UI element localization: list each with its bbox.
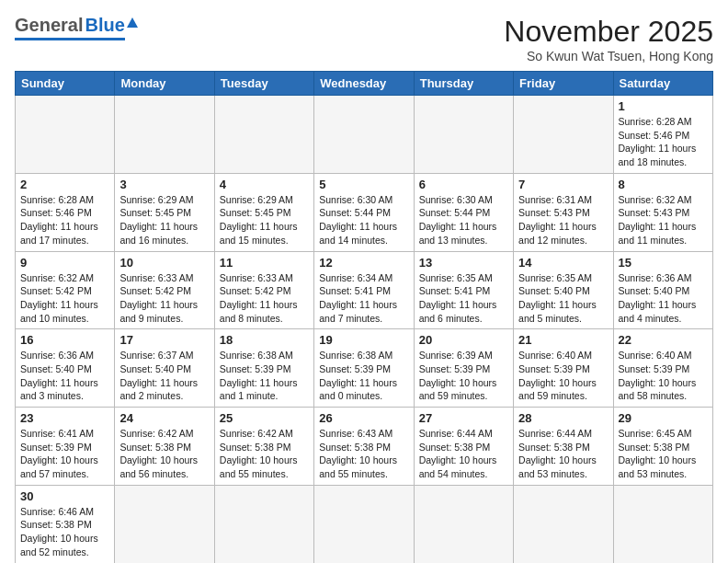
day-info: Sunrise: 6:40 AMSunset: 5:39 PMDaylight:… [518, 349, 608, 403]
logo-blue-text: Blue [85, 15, 124, 36]
day-info: Sunrise: 6:46 AMSunset: 5:38 PMDaylight:… [20, 505, 109, 559]
calendar-cell: 14Sunrise: 6:35 AMSunset: 5:40 PMDayligh… [514, 251, 613, 329]
month-year-title: November 2025 [504, 15, 713, 49]
calendar-cell: 7Sunrise: 6:31 AMSunset: 5:43 PMDaylight… [514, 173, 613, 251]
calendar-week-3: 9Sunrise: 6:32 AMSunset: 5:42 PMDaylight… [16, 251, 713, 329]
day-number: 26 [319, 411, 408, 425]
calendar-cell [314, 96, 414, 174]
logo: General Blue [15, 15, 125, 40]
calendar-cell [414, 485, 513, 563]
weekday-header-saturday: Saturday [613, 72, 712, 96]
calendar-cell: 29Sunrise: 6:45 AMSunset: 5:38 PMDayligh… [613, 408, 712, 486]
day-info: Sunrise: 6:35 AMSunset: 5:41 PMDaylight:… [419, 271, 508, 326]
day-number: 1 [619, 99, 708, 113]
calendar-week-4: 16Sunrise: 6:36 AMSunset: 5:40 PMDayligh… [16, 329, 713, 408]
day-info: Sunrise: 6:39 AMSunset: 5:39 PMDaylight:… [419, 349, 508, 403]
logo-general-text: General [15, 15, 83, 36]
day-number: 11 [220, 256, 309, 270]
day-info: Sunrise: 6:28 AMSunset: 5:46 PMDaylight:… [20, 193, 109, 247]
day-number: 28 [518, 411, 608, 425]
day-info: Sunrise: 6:30 AMSunset: 5:44 PMDaylight:… [419, 193, 508, 247]
calendar-cell [414, 96, 513, 174]
calendar-cell: 21Sunrise: 6:40 AMSunset: 5:39 PMDayligh… [514, 329, 613, 408]
day-number: 25 [220, 411, 309, 425]
calendar-cell: 6Sunrise: 6:30 AMSunset: 5:44 PMDaylight… [414, 173, 513, 251]
calendar-cell [613, 485, 712, 563]
calendar-cell: 9Sunrise: 6:32 AMSunset: 5:42 PMDaylight… [16, 251, 115, 329]
calendar-cell: 2Sunrise: 6:28 AMSunset: 5:46 PMDaylight… [16, 173, 115, 251]
calendar-cell: 24Sunrise: 6:42 AMSunset: 5:38 PMDayligh… [115, 408, 214, 486]
day-info: Sunrise: 6:29 AMSunset: 5:45 PMDaylight:… [220, 193, 309, 247]
day-info: Sunrise: 6:28 AMSunset: 5:46 PMDaylight:… [619, 115, 708, 169]
day-number: 2 [20, 178, 109, 191]
calendar-cell: 19Sunrise: 6:38 AMSunset: 5:39 PMDayligh… [314, 329, 414, 408]
day-number: 4 [220, 178, 309, 191]
calendar-cell: 18Sunrise: 6:38 AMSunset: 5:39 PMDayligh… [214, 329, 313, 408]
calendar-cell: 20Sunrise: 6:39 AMSunset: 5:39 PMDayligh… [414, 329, 513, 408]
calendar-cell: 30Sunrise: 6:46 AMSunset: 5:38 PMDayligh… [16, 485, 115, 563]
calendar-cell: 12Sunrise: 6:34 AMSunset: 5:41 PMDayligh… [314, 251, 414, 329]
calendar-cell: 22Sunrise: 6:40 AMSunset: 5:39 PMDayligh… [613, 329, 712, 408]
weekday-header-sunday: Sunday [16, 72, 115, 96]
day-number: 13 [419, 256, 508, 270]
calendar-cell [115, 96, 214, 174]
weekday-header-tuesday: Tuesday [214, 72, 313, 96]
day-number: 3 [119, 178, 209, 191]
calendar-cell [214, 96, 313, 174]
calendar-cell: 28Sunrise: 6:44 AMSunset: 5:38 PMDayligh… [514, 408, 613, 486]
day-number: 19 [319, 333, 408, 347]
calendar-week-1: 1Sunrise: 6:28 AMSunset: 5:46 PMDaylight… [16, 96, 713, 174]
day-info: Sunrise: 6:43 AMSunset: 5:38 PMDaylight:… [319, 427, 408, 481]
day-number: 6 [419, 178, 508, 191]
day-number: 29 [619, 411, 708, 425]
calendar-cell [314, 485, 414, 563]
calendar-cell [514, 96, 613, 174]
day-info: Sunrise: 6:33 AMSunset: 5:42 PMDaylight:… [119, 271, 209, 326]
calendar-cell: 5Sunrise: 6:30 AMSunset: 5:44 PMDaylight… [314, 173, 414, 251]
day-info: Sunrise: 6:41 AMSunset: 5:39 PMDaylight:… [20, 427, 109, 481]
calendar-cell: 17Sunrise: 6:37 AMSunset: 5:40 PMDayligh… [115, 329, 214, 408]
location-subtitle: So Kwun Wat Tsuen, Hong Kong [504, 49, 713, 63]
calendar-cell: 26Sunrise: 6:43 AMSunset: 5:38 PMDayligh… [314, 408, 414, 486]
day-number: 23 [20, 411, 109, 425]
weekday-header-row: SundayMondayTuesdayWednesdayThursdayFrid… [16, 72, 713, 96]
day-number: 16 [20, 333, 109, 347]
day-info: Sunrise: 6:42 AMSunset: 5:38 PMDaylight:… [119, 427, 209, 481]
day-number: 24 [119, 411, 209, 425]
day-info: Sunrise: 6:29 AMSunset: 5:45 PMDaylight:… [119, 193, 209, 247]
day-info: Sunrise: 6:32 AMSunset: 5:43 PMDaylight:… [619, 193, 708, 247]
calendar-cell: 25Sunrise: 6:42 AMSunset: 5:38 PMDayligh… [214, 408, 313, 486]
day-number: 10 [119, 256, 209, 270]
calendar-cell: 4Sunrise: 6:29 AMSunset: 5:45 PMDaylight… [214, 173, 313, 251]
header: General Blue November 2025 So Kwun Wat T… [15, 15, 713, 63]
calendar-cell: 11Sunrise: 6:33 AMSunset: 5:42 PMDayligh… [214, 251, 313, 329]
day-number: 5 [319, 178, 408, 191]
day-info: Sunrise: 6:37 AMSunset: 5:40 PMDaylight:… [119, 349, 209, 403]
day-info: Sunrise: 6:38 AMSunset: 5:39 PMDaylight:… [220, 349, 309, 403]
calendar-cell: 13Sunrise: 6:35 AMSunset: 5:41 PMDayligh… [414, 251, 513, 329]
day-info: Sunrise: 6:40 AMSunset: 5:39 PMDaylight:… [619, 349, 708, 403]
calendar-cell: 10Sunrise: 6:33 AMSunset: 5:42 PMDayligh… [115, 251, 214, 329]
weekday-header-wednesday: Wednesday [314, 72, 414, 96]
day-number: 20 [419, 333, 508, 347]
day-number: 30 [20, 489, 109, 503]
calendar-cell: 8Sunrise: 6:32 AMSunset: 5:43 PMDaylight… [613, 173, 712, 251]
calendar-cell: 1Sunrise: 6:28 AMSunset: 5:46 PMDaylight… [613, 96, 712, 174]
day-info: Sunrise: 6:34 AMSunset: 5:41 PMDaylight:… [319, 271, 408, 326]
day-number: 22 [619, 333, 708, 347]
day-info: Sunrise: 6:35 AMSunset: 5:40 PMDaylight:… [518, 271, 608, 326]
calendar-cell [115, 485, 214, 563]
day-info: Sunrise: 6:36 AMSunset: 5:40 PMDaylight:… [20, 349, 109, 403]
day-info: Sunrise: 6:31 AMSunset: 5:43 PMDaylight:… [518, 193, 608, 247]
day-info: Sunrise: 6:44 AMSunset: 5:38 PMDaylight:… [419, 427, 508, 481]
day-info: Sunrise: 6:30 AMSunset: 5:44 PMDaylight:… [319, 193, 408, 247]
calendar-week-5: 23Sunrise: 6:41 AMSunset: 5:39 PMDayligh… [16, 408, 713, 486]
weekday-header-monday: Monday [115, 72, 214, 96]
day-info: Sunrise: 6:45 AMSunset: 5:38 PMDaylight:… [619, 427, 708, 481]
day-info: Sunrise: 6:32 AMSunset: 5:42 PMDaylight:… [20, 271, 109, 326]
day-info: Sunrise: 6:44 AMSunset: 5:38 PMDaylight:… [518, 427, 608, 481]
day-info: Sunrise: 6:36 AMSunset: 5:40 PMDaylight:… [619, 271, 708, 326]
day-number: 7 [518, 178, 608, 191]
calendar-cell: 15Sunrise: 6:36 AMSunset: 5:40 PMDayligh… [613, 251, 712, 329]
day-info: Sunrise: 6:42 AMSunset: 5:38 PMDaylight:… [220, 427, 309, 481]
